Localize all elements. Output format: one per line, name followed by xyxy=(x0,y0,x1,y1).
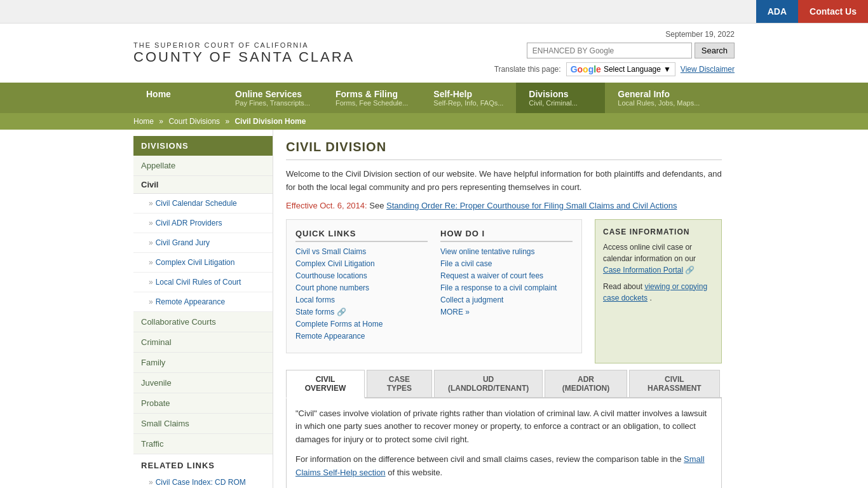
quick-link-complex-civil-litigation[interactable]: Complex Civil Litigation xyxy=(295,259,428,268)
tab-civil-overview[interactable]: CIVIL OVERVIEW xyxy=(286,370,365,398)
sidebar-items: AppellateCivilCivil Calendar ScheduleCiv… xyxy=(133,156,273,454)
case-info-link1[interactable]: Case Information Portal xyxy=(603,266,683,274)
quick-links-section: QUICK LINKS Civil vs Small ClaimsComplex… xyxy=(295,229,428,344)
related-links-header: RELATED LINKS xyxy=(133,454,273,473)
sidebar: DIVISIONS AppellateCivilCivil Calendar S… xyxy=(133,130,273,488)
tab-p2b: of this website. xyxy=(388,468,442,477)
related-link[interactable]: Civil Case Index: CD ROM xyxy=(133,473,273,488)
date-text: September 19, 2022 xyxy=(665,30,735,39)
tab-adr--mediation-[interactable]: ADR (MEDIATION) xyxy=(545,370,627,397)
case-info-text2b: . xyxy=(649,294,651,302)
quick-link-courthouse-locations[interactable]: Courthouse locations xyxy=(295,271,428,280)
sidebar-item-traffic[interactable]: Traffic xyxy=(133,434,273,454)
sidebar-item-family[interactable]: Family xyxy=(133,353,273,373)
effective-see: See xyxy=(369,201,386,210)
main-nav: HomeOnline ServicesPay Fines, Transcript… xyxy=(0,83,868,113)
case-info-text2-block: Read about viewing or copying case docke… xyxy=(603,281,714,304)
quick-link-remote-appearance[interactable]: Remote Appearance xyxy=(295,332,428,341)
quick-link-complete-forms-at-home[interactable]: Complete Forms at Home xyxy=(295,320,428,329)
quick-link-state-forms[interactable]: State forms 🔗 xyxy=(295,308,428,316)
case-info-text2: Read about xyxy=(603,282,644,291)
translate-label: Translate this page: xyxy=(494,65,561,74)
how-do-i-section: HOW DO I View online tentative rulingsFi… xyxy=(440,229,573,344)
sidebar-item-small-claims[interactable]: Small Claims xyxy=(133,414,273,434)
sidebar-item-civil-grand-jury[interactable]: Civil Grand Jury xyxy=(133,233,273,253)
how-do-i-link[interactable]: View online tentative rulings xyxy=(440,247,573,256)
contact-button[interactable]: Contact Us xyxy=(798,0,868,23)
quick-links-list: Civil vs Small ClaimsComplex Civil Litig… xyxy=(295,247,428,341)
sidebar-item-local-civil-rules-of-court[interactable]: Local Civil Rules of Court xyxy=(133,273,273,292)
content-wrapper: DIVISIONS AppellateCivilCivil Calendar S… xyxy=(0,130,868,488)
sidebar-item-appellate[interactable]: Appellate xyxy=(133,156,273,176)
quick-link-local-forms[interactable]: Local forms xyxy=(295,295,428,304)
two-col: QUICK LINKS Civil vs Small ClaimsComplex… xyxy=(286,219,582,353)
tab-case-types[interactable]: CASE TYPES xyxy=(367,370,432,397)
case-info-title: CASE INFORMATION xyxy=(603,227,714,236)
google-logo: Google xyxy=(571,64,601,74)
logo-top: The Superior Court of California xyxy=(133,41,355,49)
search-button[interactable]: Search xyxy=(695,43,735,58)
related-links: Civil Case Index: CD ROM xyxy=(133,473,273,488)
how-do-i-link[interactable]: MORE » xyxy=(440,308,573,316)
nav-item-general-info[interactable]: General InfoLocal Rules, Jobs, Maps... xyxy=(605,83,712,113)
page-title: CIVIL DIVISION xyxy=(286,140,722,160)
sidebar-item-criminal[interactable]: Criminal xyxy=(133,332,273,353)
three-col-row: QUICK LINKS Civil vs Small ClaimsComplex… xyxy=(286,219,722,363)
ada-button[interactable]: ADA xyxy=(756,0,798,23)
case-info-ext: 🔗 xyxy=(685,266,695,274)
quick-link-civil-vs-small-claims[interactable]: Civil vs Small Claims xyxy=(295,247,428,256)
header-right: September 19, 2022 Search Translate this… xyxy=(494,30,735,76)
translate-row: Translate this page: Google Select Langu… xyxy=(494,62,735,76)
top-bar: ADA Contact Us xyxy=(0,0,868,24)
sidebar-item-civil-adr-providers[interactable]: Civil ADR Providers xyxy=(133,214,273,233)
effective-date: Effective Oct. 6, 2014: xyxy=(286,201,367,210)
breadcrumb: Home » Court Divisions » Civil Division … xyxy=(0,113,868,130)
tab-ud--landlord-tenant-[interactable]: UD (LANDLORD/TENANT) xyxy=(434,370,543,397)
effective-notice: Effective Oct. 6, 2014: See Standing Ord… xyxy=(286,201,722,210)
header: The Superior Court of California County … xyxy=(0,24,868,83)
search-input[interactable] xyxy=(527,43,692,58)
tab-civil-harassment[interactable]: CIVIL HARASSMENT xyxy=(629,370,720,397)
effective-link[interactable]: Standing Order Re: Proper Courthouse for… xyxy=(386,201,677,210)
breadcrumb-current: Civil Division Home xyxy=(234,117,306,126)
nav-item-online-services[interactable]: Online ServicesPay Fines, Transcripts... xyxy=(222,83,323,113)
lang-select-button[interactable]: Google Select Language ▼ xyxy=(566,62,675,76)
tabs-header: CIVIL OVERVIEWCASE TYPESUD (LANDLORD/TEN… xyxy=(286,370,722,398)
case-info-text1: Access online civil case or calendar inf… xyxy=(603,243,696,263)
sidebar-item-probate[interactable]: Probate xyxy=(133,393,273,414)
nav-item-self-help[interactable]: Self-HelpSelf-Rep, Info, FAQs... xyxy=(421,83,516,113)
sidebar-item-collaborative-courts[interactable]: Collaborative Courts xyxy=(133,312,273,332)
sidebar-section-header: DIVISIONS xyxy=(133,136,273,156)
case-info-box: CASE INFORMATION Access online civil cas… xyxy=(595,219,722,363)
case-info-text: Access online civil case or calendar inf… xyxy=(603,241,714,276)
nav-item-divisions[interactable]: DivisionsCivil, Criminal... xyxy=(516,83,605,113)
logo-area: The Superior Court of California County … xyxy=(133,41,355,65)
nav-item-home[interactable]: Home xyxy=(133,83,222,113)
lang-select-label: Select Language xyxy=(604,65,661,74)
quick-link-court-phone-numbers[interactable]: Court phone numbers xyxy=(295,283,428,292)
search-bar: Search xyxy=(527,43,735,58)
tab-p2-text: For information on the difference betwee… xyxy=(295,454,684,464)
how-do-i-link[interactable]: File a civil case xyxy=(440,259,573,268)
nav-item-forms---filing[interactable]: Forms & FilingForms, Fee Schedule... xyxy=(323,83,421,113)
how-do-i-link[interactable]: File a response to a civil complaint xyxy=(440,283,573,292)
sidebar-item-juvenile[interactable]: Juvenile xyxy=(133,373,273,393)
tabs-area: CIVIL OVERVIEWCASE TYPESUD (LANDLORD/TEN… xyxy=(286,370,722,488)
how-do-i-title: HOW DO I xyxy=(440,229,573,242)
view-disclaimer-link[interactable]: View Disclaimer xyxy=(681,65,735,74)
sidebar-item-complex-civil-litigation[interactable]: Complex Civil Litigation xyxy=(133,253,273,273)
sidebar-item-civil: Civil xyxy=(133,176,273,194)
sidebar-item-remote-appearance[interactable]: Remote Appearance xyxy=(133,292,273,312)
breadcrumb-sep2: » xyxy=(225,117,231,126)
sidebar-item-civil-calendar-schedule[interactable]: Civil Calendar Schedule xyxy=(133,194,273,214)
how-do-i-link[interactable]: Request a waiver of court fees xyxy=(440,271,573,280)
quick-links-title: QUICK LINKS xyxy=(295,229,428,242)
how-do-i-link[interactable]: Collect a judgment xyxy=(440,295,573,304)
how-do-i-list: View online tentative rulingsFile a civi… xyxy=(440,247,573,316)
tab-p2: For information on the difference betwee… xyxy=(295,453,712,480)
logo-bottom: County of Santa Clara xyxy=(133,49,355,65)
tab-p1: "Civil" cases involve violation of priva… xyxy=(295,407,712,447)
lang-dropdown-icon: ▼ xyxy=(663,65,671,74)
breadcrumb-home[interactable]: Home xyxy=(133,117,154,126)
breadcrumb-divisions[interactable]: Court Divisions xyxy=(168,117,220,126)
